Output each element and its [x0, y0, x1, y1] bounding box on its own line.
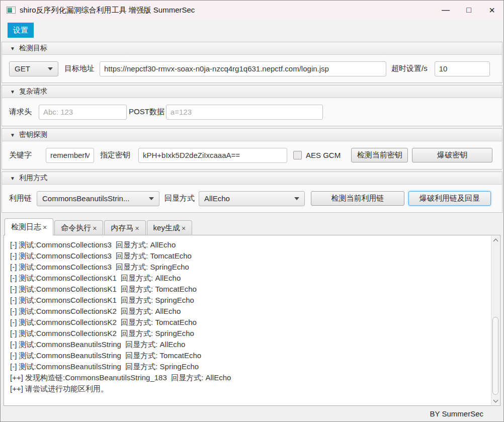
section-target: ▼ 检测目标 GET 目标地址 超时设置/s [2, 42, 502, 83]
timeout-label: 超时设置/s [391, 64, 428, 73]
target-address-input[interactable] [100, 61, 386, 76]
echo-label: 回显方式 [164, 194, 195, 203]
post-data-label: POST数据 [129, 107, 164, 117]
brute-chain-button[interactable]: 爆破利用链及回显 [408, 191, 491, 206]
keyword-input[interactable] [46, 148, 94, 163]
window-controls: — □ × [434, 1, 503, 20]
tab-close-icon[interactable]: × [182, 224, 186, 232]
log-line: [-] 测试:CommonsCollectionsK1 回显方式: Tomcat… [10, 284, 487, 295]
tab-command-exec[interactable]: 命令执行 × [54, 220, 103, 235]
log-line: [++] 发现构造链:CommonsBeanutilsString_183 回显… [10, 372, 487, 383]
scroll-down-button[interactable] [491, 396, 499, 405]
keyword-label: 关键字 [9, 150, 32, 160]
collapse-arrow-icon: ▼ [10, 176, 15, 181]
target-address-label: 目标地址 [64, 64, 95, 73]
section-request-title: 复杂请求 [19, 87, 47, 96]
section-key: ▼ 密钥探测 关键字 指定密钥 AES GCM 检测当前密钥 爆破密钥 [2, 128, 502, 170]
log-line: [-] 测试:CommonsCollectionsK1 回显方式: Spring… [10, 295, 487, 306]
log-line: [-] 测试:CommonsCollectionsK2 回显方式: AllEch… [10, 306, 487, 317]
log-line: [-] 测试:CommonsCollections3 回显方式: SpringE… [10, 262, 487, 273]
credit-text: BY SummerSec [430, 409, 483, 418]
secret-key-input[interactable] [138, 148, 287, 163]
aes-gcm-label: AES GCM [306, 151, 341, 159]
log-text: [-] 测试:CommonsCollections3 回显方式: AllEcho… [4, 235, 500, 398]
titlebar: shiro反序列化漏洞综合利用工具 增强版 SummerSec — □ × [1, 1, 503, 20]
method-select[interactable]: GET [9, 61, 58, 76]
log-line: [-] 测试:CommonsBeanutilsString 回显方式: AllE… [10, 339, 487, 350]
log-line: [-] 测试:CommonsCollections3 回显方式: AllEcho [10, 239, 487, 250]
tab-close-icon[interactable]: × [93, 224, 97, 232]
main-content: ▼ 检测目标 GET 目标地址 超时设置/s ▼ 复杂请求 请求头 [1, 41, 503, 421]
request-header-label: 请求头 [9, 107, 32, 117]
log-panel[interactable]: [-] 测试:CommonsCollections3 回显方式: AllEcho… [4, 235, 500, 406]
tab-close-icon[interactable]: × [135, 224, 139, 232]
tab-close-icon[interactable]: × [43, 223, 47, 231]
settings-button[interactable]: 设置 [8, 23, 34, 38]
log-line: [-] 测试:CommonsBeanutilsString 回显方式: Spri… [10, 361, 487, 372]
collapse-arrow-icon: ▼ [10, 132, 15, 138]
maximize-button[interactable]: □ [457, 1, 480, 20]
statusbar: BY SummerSec [2, 406, 502, 421]
close-button[interactable]: × [480, 1, 503, 20]
tab-detect-log[interactable]: 检测日志 × [5, 218, 53, 235]
section-exploit: ▼ 利用方式 利用链 CommonsBeanutilsStrin... 回显方式… [2, 172, 502, 213]
section-key-header[interactable]: ▼ 密钥探测 [2, 129, 502, 141]
tab-memory-shell[interactable]: 内存马 × [104, 220, 145, 235]
collapse-arrow-icon: ▼ [10, 46, 15, 51]
section-exploit-header[interactable]: ▼ 利用方式 [2, 172, 502, 185]
aes-gcm-checkbox[interactable] [293, 151, 302, 159]
timeout-input[interactable] [435, 61, 490, 76]
vertical-scrollbar[interactable] [491, 236, 499, 405]
app-icon [7, 7, 16, 14]
collapse-arrow-icon: ▼ [10, 89, 15, 95]
chain-select-value: CommonsBeanutilsStrin... [42, 194, 145, 203]
scroll-thumb[interactable] [492, 317, 498, 395]
section-request-header[interactable]: ▼ 复杂请求 [2, 86, 502, 98]
log-line: [-] 测试:CommonsCollectionsK2 回显方式: Spring… [10, 328, 487, 339]
tab-key-gen[interactable]: key生成 × [147, 220, 193, 235]
section-key-title: 密钥探测 [19, 130, 47, 139]
log-line: [++] 请尝试进行功能区利用。 [10, 383, 487, 394]
chain-label: 利用链 [9, 194, 32, 203]
chevron-down-icon [48, 67, 53, 70]
app-window: shiro反序列化漏洞综合利用工具 增强版 SummerSec — □ × 设置… [0, 0, 504, 422]
chevron-down-icon [294, 197, 299, 200]
tab-key-gen-label: key生成 [153, 223, 180, 233]
method-select-value: GET [15, 64, 44, 73]
section-request-body: 请求头 POST数据 [2, 98, 502, 126]
section-target-body: GET 目标地址 超时设置/s [2, 55, 502, 82]
tab-memory-shell-label: 内存马 [111, 223, 133, 233]
chain-select[interactable]: CommonsBeanutilsStrin... [37, 191, 159, 206]
echo-select-value: AllEcho [204, 194, 290, 203]
secret-key-label: 指定密钥 [100, 150, 130, 160]
log-line: [-] 测试:CommonsCollectionsK2 回显方式: Tomcat… [10, 317, 487, 328]
scroll-up-button[interactable] [491, 236, 499, 244]
tab-detect-log-label: 检测日志 [11, 222, 41, 232]
post-data-input[interactable] [166, 105, 323, 120]
chevron-down-icon [493, 397, 498, 402]
section-exploit-body: 利用链 CommonsBeanutilsStrin... 回显方式 AllEch… [2, 185, 502, 212]
detect-chain-button[interactable]: 检测当前利用链 [311, 191, 404, 206]
log-line: [-] 测试:CommonsBeanutilsString 回显方式: Tomc… [10, 350, 487, 361]
tab-command-exec-label: 命令执行 [61, 223, 91, 233]
request-header-input[interactable] [39, 105, 127, 120]
section-target-header[interactable]: ▼ 检测目标 [2, 42, 502, 55]
log-line: [-] 测试:CommonsCollections3 回显方式: TomcatE… [10, 250, 487, 262]
echo-select[interactable]: AllEcho [199, 191, 305, 206]
minimize-button[interactable]: — [434, 1, 457, 20]
section-key-body: 关键字 指定密钥 AES GCM 检测当前密钥 爆破密钥 [2, 141, 502, 169]
menubar: 设置 [1, 20, 503, 41]
tab-bar: 检测日志 × 命令执行 × 内存马 × key生成 × [2, 218, 502, 235]
section-target-title: 检测目标 [19, 44, 47, 53]
log-line: [-] 测试:CommonsCollectionsK1 回显方式: AllEch… [10, 273, 487, 284]
section-request: ▼ 复杂请求 请求头 POST数据 [2, 85, 502, 126]
window-title: shiro反序列化漏洞综合利用工具 增强版 SummerSec [20, 6, 195, 15]
chevron-down-icon [149, 197, 154, 200]
detect-key-button[interactable]: 检测当前密钥 [351, 148, 408, 162]
chevron-up-icon [493, 239, 498, 244]
brute-key-button[interactable]: 爆破密钥 [412, 148, 492, 162]
section-exploit-title: 利用方式 [19, 174, 47, 183]
